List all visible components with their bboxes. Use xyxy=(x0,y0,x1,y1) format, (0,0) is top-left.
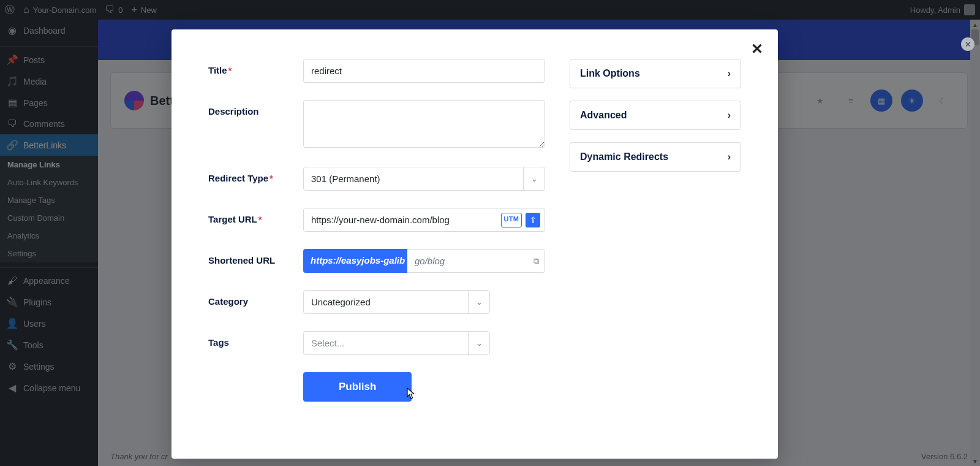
share-icon: ⇪ xyxy=(530,215,537,224)
form-column: Title* Description Redirect Type* 301 (P… xyxy=(208,59,545,419)
close-button[interactable]: ✕ xyxy=(751,40,763,58)
chevron-right-icon: › xyxy=(728,110,731,121)
copy-icon: ⧉ xyxy=(533,256,539,265)
short-url-base: https://easyjobs-galib xyxy=(303,249,407,273)
publish-button[interactable]: Publish xyxy=(303,372,412,402)
banner-close-button[interactable]: ✕ xyxy=(961,37,974,51)
chevron-right-icon: › xyxy=(728,151,731,162)
shortened-url-label: Shortened URL xyxy=(208,249,303,265)
side-panels: Link Options › Advanced › Dynamic Redire… xyxy=(570,59,741,419)
panel-advanced[interactable]: Advanced › xyxy=(570,101,741,130)
title-input[interactable] xyxy=(303,59,545,83)
panel-title: Advanced xyxy=(580,110,627,121)
create-link-modal: ✕ Title* Description Redirect Type* 301 xyxy=(172,29,778,459)
short-url-slug-input[interactable] xyxy=(407,249,545,273)
panel-dynamic-redirects[interactable]: Dynamic Redirects › xyxy=(570,142,741,172)
panel-link-options[interactable]: Link Options › xyxy=(570,59,741,88)
panel-title: Dynamic Redirects xyxy=(580,151,668,162)
category-select[interactable]: Uncategorized xyxy=(303,290,490,314)
cursor-icon xyxy=(407,388,415,400)
utm-button[interactable]: UTM xyxy=(501,213,522,227)
chevron-right-icon: › xyxy=(728,68,731,79)
redirect-type-select[interactable]: 301 (Permanent) xyxy=(303,167,545,191)
share-button[interactable]: ⇪ xyxy=(526,213,540,227)
description-textarea[interactable] xyxy=(303,100,545,148)
target-url-label: Target URL* xyxy=(208,208,303,224)
description-label: Description xyxy=(208,100,303,116)
category-label: Category xyxy=(208,290,303,307)
panel-title: Link Options xyxy=(580,68,640,79)
tags-select[interactable]: Select... xyxy=(303,331,490,355)
title-label: Title* xyxy=(208,59,303,75)
redirect-type-label: Redirect Type* xyxy=(208,167,303,183)
tags-label: Tags xyxy=(208,331,303,348)
copy-button[interactable]: ⧉ xyxy=(533,256,539,266)
